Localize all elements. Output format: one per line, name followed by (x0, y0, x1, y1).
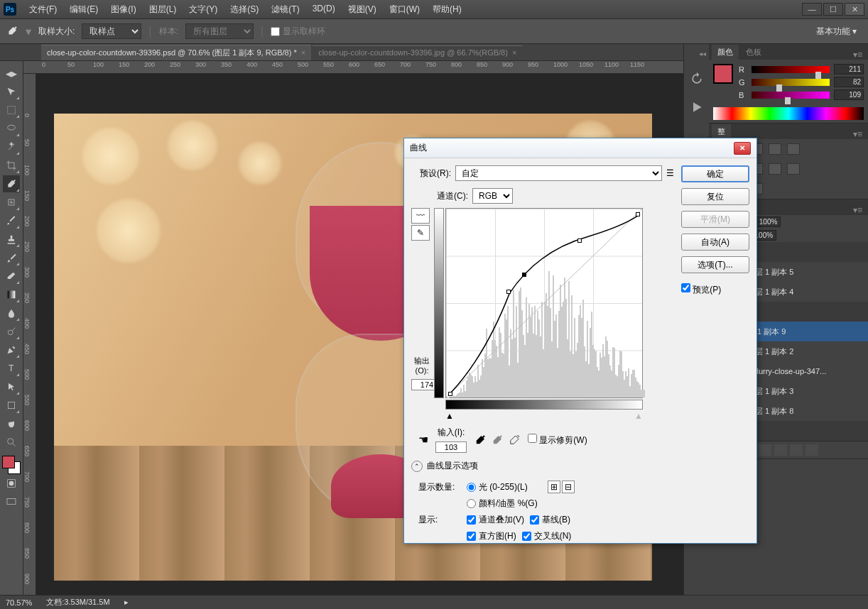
history-icon[interactable] (690, 72, 704, 86)
channel-select[interactable]: RGB (472, 188, 513, 204)
color-swatches[interactable] (2, 456, 21, 474)
show-clip-checkbox[interactable]: 显示修剪(W) (528, 434, 587, 446)
input-value[interactable] (435, 441, 467, 453)
shape-tool[interactable] (3, 397, 20, 414)
history-brush-tool[interactable] (3, 249, 20, 266)
ok-button[interactable]: 确定 (681, 165, 749, 182)
r-value[interactable]: 211 (834, 64, 864, 75)
adj-icon[interactable] (787, 163, 800, 175)
doc-size[interactable]: 文档:3.53M/31.5M (46, 597, 109, 608)
white-slider-icon[interactable]: ▲ (634, 411, 643, 421)
blur-tool[interactable] (3, 304, 20, 322)
zoom-level[interactable]: 70.57% (6, 598, 32, 607)
play-icon[interactable] (690, 100, 704, 114)
adj-icon[interactable] (769, 163, 781, 175)
quickmask-tool[interactable] (3, 475, 20, 492)
close-button[interactable]: ✕ (845, 3, 864, 16)
eyedropper-tool[interactable] (3, 175, 20, 192)
group-icon[interactable] (774, 444, 787, 456)
opacity-value[interactable]: 100% (756, 216, 781, 227)
document-tab[interactable]: close-up-color-countdown-39396.jpg @ 66.… (313, 45, 522, 59)
zoom-tool[interactable] (3, 434, 20, 451)
smooth-button[interactable]: 平滑(M) (681, 211, 749, 228)
show-ring-checkbox[interactable]: 显示取样环 (271, 26, 325, 38)
move-tool[interactable] (3, 83, 20, 100)
menu-item[interactable]: 选择(S) (224, 1, 264, 18)
menu-item[interactable]: 图层(L) (143, 1, 183, 18)
pigment-radio[interactable]: 颜料/油墨 %(G) (467, 498, 538, 510)
curve-draw-icon[interactable]: 〰 (411, 208, 430, 224)
dialog-close-button[interactable]: ✕ (734, 142, 751, 155)
trash-icon[interactable] (805, 444, 818, 456)
menu-item[interactable]: 帮助(H) (427, 1, 467, 18)
black-slider-icon[interactable]: ▲ (445, 411, 454, 421)
panel-menu-icon[interactable]: ▾≡ (850, 205, 865, 215)
collapse-icon[interactable]: ⌃ (411, 461, 423, 472)
gray-eyedropper-icon[interactable] (491, 434, 504, 446)
curves-graph[interactable] (445, 208, 643, 398)
menu-item[interactable]: 视图(V) (342, 1, 382, 18)
channel-overlay-checkbox[interactable]: 通道叠加(V) (467, 514, 524, 526)
histogram-checkbox[interactable]: 直方图(H) (467, 530, 516, 542)
menu-item[interactable]: 文件(F) (23, 1, 63, 18)
sample-select[interactable]: 所有图层 (185, 23, 254, 39)
color-spectrum[interactable] (713, 107, 864, 120)
screenmode-tool[interactable] (3, 493, 20, 510)
target-adjust-icon[interactable]: ☚ (418, 433, 428, 446)
minimize-button[interactable]: — (802, 3, 822, 16)
panel-menu-icon[interactable]: ▾≡ (850, 129, 865, 139)
maximize-button[interactable]: ☐ (823, 3, 843, 16)
pen-tool[interactable] (3, 341, 20, 358)
tab-swatches[interactable]: 色板 (740, 45, 767, 60)
curve-pencil-icon[interactable]: ✎ (411, 225, 430, 241)
light-radio[interactable]: 光 (0-255)(L) (467, 481, 528, 493)
close-icon[interactable]: × (301, 48, 305, 57)
eraser-tool[interactable] (3, 268, 20, 285)
menu-item[interactable]: 编辑(E) (64, 1, 104, 18)
g-value[interactable]: 82 (834, 77, 864, 87)
options-button[interactable]: 选项(T)... (681, 256, 749, 273)
grid-small-icon[interactable]: ⊞ (548, 481, 560, 493)
white-eyedropper-icon[interactable] (508, 434, 521, 446)
wand-tool[interactable] (3, 138, 20, 155)
menu-item[interactable]: 滤镜(T) (266, 1, 305, 18)
crop-tool[interactable] (3, 157, 20, 174)
menu-item[interactable]: 3D(D) (307, 1, 341, 18)
ruler-vertical[interactable]: 0501001502002503003504004505005506006507… (23, 74, 36, 595)
menu-item[interactable]: 窗口(W) (384, 1, 425, 18)
tab-adjustments[interactable]: 整 (712, 124, 731, 139)
tab-toggle-icon[interactable]: ◂▸ (3, 65, 20, 82)
path-select-tool[interactable] (3, 378, 20, 395)
chevron-icon[interactable]: ◂◂ (699, 50, 706, 57)
preset-menu-icon[interactable]: ☰ (666, 168, 674, 178)
color-preview[interactable] (713, 64, 733, 84)
preset-select[interactable]: 自定 (455, 165, 662, 181)
brush-tool[interactable] (3, 212, 20, 229)
status-arrow-icon[interactable]: ▸ (124, 598, 129, 607)
reset-button[interactable]: 复位 (681, 188, 749, 205)
type-tool[interactable]: T (3, 360, 20, 377)
lasso-tool[interactable] (3, 120, 20, 137)
auto-button[interactable]: 自动(A) (681, 234, 749, 251)
tab-color[interactable]: 颜色 (712, 45, 739, 60)
document-tab-active[interactable]: close-up-color-countdown-39396.psd @ 70.… (41, 45, 311, 60)
dialog-titlebar[interactable]: 曲线 ✕ (404, 138, 756, 158)
marquee-tool[interactable] (3, 102, 20, 119)
adj-icon[interactable] (787, 143, 800, 155)
dodge-tool[interactable] (3, 323, 20, 340)
heal-tool[interactable] (3, 194, 20, 211)
intersection-checkbox[interactable]: 交叉线(N) (522, 530, 572, 542)
new-layer-icon[interactable] (790, 444, 803, 456)
menu-item[interactable]: 文字(Y) (183, 1, 223, 18)
b-value[interactable]: 109 (834, 89, 864, 100)
b-slider[interactable] (752, 92, 830, 99)
panel-menu-icon[interactable]: ▾≡ (850, 50, 865, 60)
r-slider[interactable] (752, 66, 830, 73)
g-slider[interactable] (752, 79, 830, 86)
stamp-tool[interactable] (3, 231, 20, 248)
grid-large-icon[interactable]: ⊟ (562, 481, 575, 493)
adj-icon[interactable] (769, 143, 781, 155)
preview-checkbox[interactable]: 预览(P) (681, 283, 749, 296)
workspace-switcher[interactable]: 基本功能 ▾ (810, 24, 862, 39)
gradient-tool[interactable] (3, 286, 20, 303)
